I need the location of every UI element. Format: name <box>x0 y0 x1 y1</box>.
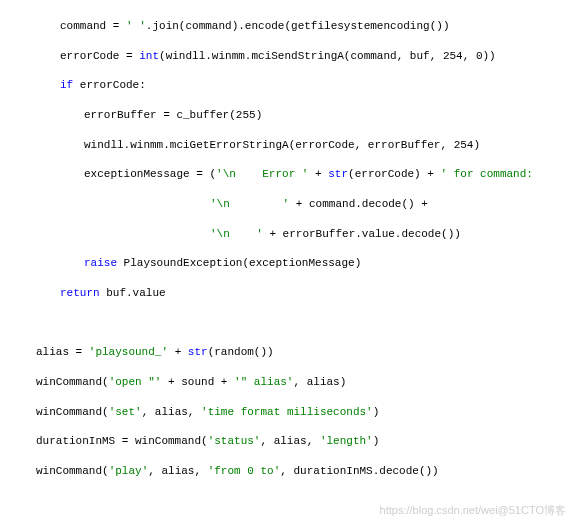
code-line: '\n ' + errorBuffer.value.decode()) <box>0 227 572 242</box>
code-block: command = ' '.join(command).encode(getfi… <box>0 0 572 524</box>
code-line: exceptionMessage = ('\n Error ' + str(er… <box>0 167 572 182</box>
blank-line <box>0 316 572 331</box>
code-line: '\n ' + command.decode() + <box>0 197 572 212</box>
code-line: durationInMS = winCommand('status', alia… <box>0 434 572 449</box>
blank-line <box>0 494 572 498</box>
code-line: windll.winmm.mciGetErrorStringA(errorCod… <box>0 138 572 153</box>
code-line: winCommand('set', alias, 'time format mi… <box>0 405 572 420</box>
code-line: errorBuffer = c_buffer(255) <box>0 108 572 123</box>
code-line: if errorCode: <box>0 78 572 93</box>
code-line: command = ' '.join(command).encode(getfi… <box>0 19 572 34</box>
code-line: errorCode = int(windll.winmm.mciSendStri… <box>0 49 572 64</box>
code-line: return buf.value <box>0 286 572 301</box>
code-line: raise PlaysoundException(exceptionMessag… <box>0 256 572 271</box>
code-line: alias = 'playsound_' + str(random()) <box>0 345 572 360</box>
code-line: winCommand('play', alias, 'from 0 to', d… <box>0 464 572 479</box>
code-line: winCommand('open "' + sound + '" alias',… <box>0 375 572 390</box>
